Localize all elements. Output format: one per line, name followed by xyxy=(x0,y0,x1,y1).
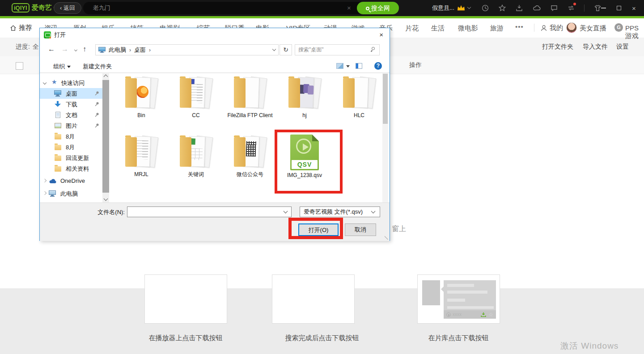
tree-item-onedrive[interactable]: OneDrive xyxy=(40,176,102,186)
select-all-checkbox[interactable] xyxy=(16,62,23,70)
tree-label: 桌面 xyxy=(66,90,77,98)
folder-icon xyxy=(230,135,270,169)
nav-item-live[interactable]: 美女直播 xyxy=(580,24,606,33)
tree-label: 8月 xyxy=(66,133,75,141)
search-icon xyxy=(372,47,375,50)
dialog-close-icon[interactable]: × xyxy=(379,31,383,38)
file-item-keywords[interactable]: 关键词 xyxy=(170,135,222,178)
nav-back-icon[interactable]: ← xyxy=(48,45,55,53)
tree-item-desktop[interactable]: 桌面 xyxy=(40,88,102,99)
scrollbar-thumb[interactable] xyxy=(102,80,109,193)
dialog-titlebar: 打开 × xyxy=(40,28,390,42)
nav-item-recommend[interactable]: 推荐 xyxy=(10,24,32,32)
tree-item-documents[interactable]: 文档 xyxy=(40,110,102,120)
tree-item-folder-aug1[interactable]: 8月 xyxy=(40,131,102,142)
new-folder-button[interactable]: 新建文件夹 xyxy=(83,63,112,71)
breadcrumb-desktop[interactable]: 桌面 xyxy=(134,46,146,54)
file-item-mrjl[interactable]: MRJL xyxy=(115,135,167,178)
tree-item-downloads[interactable]: 下载 xyxy=(40,99,102,110)
message-icon[interactable] xyxy=(550,4,558,12)
pin-icon xyxy=(94,112,99,117)
progress-filter[interactable]: 全 xyxy=(33,43,39,51)
download-icon[interactable] xyxy=(515,4,523,12)
dialog-command-bar: 组织 新建文件夹 ? xyxy=(40,59,390,73)
activate-windows-watermark: 激活 Windows xyxy=(560,340,619,352)
breadcrumb-this-pc[interactable]: 此电脑 xyxy=(109,46,126,54)
search-icon xyxy=(366,7,369,10)
scroll-up-icon[interactable] xyxy=(104,75,108,79)
scroll-down-icon[interactable] xyxy=(104,197,108,201)
nav-item[interactable]: 生活 xyxy=(431,24,445,33)
cancel-button[interactable]: 取消 xyxy=(345,223,376,236)
tree-item-quick-access[interactable]: ★ 快速访问 xyxy=(40,77,102,88)
nav-item-pps[interactable]: PPS游戏 xyxy=(625,24,644,40)
dialog-search-input[interactable]: 搜索"桌面" xyxy=(295,44,380,55)
iqiyi-logo-text: 爱奇艺 xyxy=(32,4,52,12)
nav-forward-icon[interactable]: → xyxy=(61,45,68,53)
minimize-icon[interactable] xyxy=(601,8,606,8)
help-icon[interactable]: ? xyxy=(374,62,382,70)
file-item-bin[interactable]: Bin xyxy=(115,76,167,119)
maximize-icon[interactable] xyxy=(617,6,621,10)
nav-item[interactable]: 片花 xyxy=(405,24,419,33)
text-bar xyxy=(447,284,474,287)
view-dropdown-icon[interactable] xyxy=(346,65,350,67)
play-count-text: xxxx xyxy=(453,312,479,317)
sidebar-scrollbar[interactable] xyxy=(102,73,109,202)
tree-item-pictures[interactable]: 图片 xyxy=(40,120,102,131)
breadcrumb[interactable]: 此电脑 › 桌面 › xyxy=(95,44,279,55)
tree-item-folder-materials[interactable]: 相关资料 xyxy=(40,163,102,174)
user-account[interactable]: 假意且... xyxy=(432,0,470,16)
file-item-wechat[interactable]: 微信公众号 xyxy=(224,135,276,178)
tree-item-this-pc[interactable]: 此电脑 xyxy=(40,188,102,199)
tree-item-folder-aug2[interactable]: 8月 xyxy=(40,142,102,152)
file-item-filezilla[interactable]: FileZilla FTP Client xyxy=(224,76,276,119)
nav-more-button[interactable]: ••• xyxy=(515,23,524,30)
organize-menu[interactable]: 组织 xyxy=(53,63,71,71)
breadcrumb-dropdown-icon[interactable] xyxy=(272,47,276,51)
qr-code-icon xyxy=(246,141,256,157)
filetype-select[interactable]: 爱奇艺视频 文件(*.qsv) xyxy=(300,206,380,217)
file-label: HLC xyxy=(333,112,385,119)
search-clear-icon[interactable]: × xyxy=(347,2,351,14)
folder-icon xyxy=(55,134,61,139)
iqiyi-logo[interactable]: iQIYI 爱奇艺 xyxy=(12,3,57,13)
chevron-right-icon[interactable] xyxy=(43,179,47,182)
tree-label: 相关资料 xyxy=(66,165,89,173)
pictures-icon xyxy=(55,123,61,128)
close-icon[interactable]: × xyxy=(632,5,636,12)
settings-action[interactable]: 设置 xyxy=(616,43,629,51)
nav-history-chevron-icon[interactable] xyxy=(74,48,77,51)
text-bar xyxy=(447,291,487,294)
favorites-star-icon[interactable] xyxy=(498,4,506,12)
computer-icon xyxy=(49,190,56,196)
nav-item-mine[interactable]: 我的 xyxy=(540,24,563,32)
pin-icon xyxy=(94,123,99,128)
speed-test-icon[interactable] xyxy=(567,4,575,12)
resize-grip[interactable] xyxy=(385,236,388,240)
open-folder-action[interactable]: 打开文件夹 xyxy=(542,43,573,51)
cloud-icon[interactable] xyxy=(532,4,541,12)
search-input[interactable]: 老九门 xyxy=(83,2,364,14)
file-item-cc[interactable]: CC xyxy=(170,76,222,119)
file-item-hj[interactable]: hj xyxy=(279,76,330,119)
nav-item[interactable]: 微电影 xyxy=(458,24,478,33)
refresh-button[interactable]: ↻ xyxy=(280,44,292,55)
history-icon[interactable] xyxy=(481,4,489,12)
folder-icon xyxy=(285,76,324,110)
nav-item[interactable]: 旅游 xyxy=(490,24,504,33)
chevron-right-icon[interactable] xyxy=(43,191,47,195)
back-button[interactable]: ‹ 返回 xyxy=(54,2,81,14)
import-file-action[interactable]: 导入文件 xyxy=(583,43,608,51)
details-view-icon[interactable] xyxy=(356,63,362,69)
file-item-hlc[interactable]: HLC xyxy=(333,76,385,119)
onedrive-icon xyxy=(49,178,58,184)
filename-input[interactable] xyxy=(127,206,292,217)
tree-item-folder-backflow[interactable]: 回流更新 xyxy=(40,152,102,163)
nav-up-icon[interactable]: ↑ xyxy=(83,45,86,53)
live-avatar[interactable] xyxy=(566,22,577,33)
chevron-down-icon[interactable] xyxy=(43,81,47,84)
tree-label: 此电脑 xyxy=(60,190,78,198)
thumbnail-view-icon[interactable] xyxy=(336,63,343,69)
search-button[interactable]: 搜全网 xyxy=(357,2,399,14)
